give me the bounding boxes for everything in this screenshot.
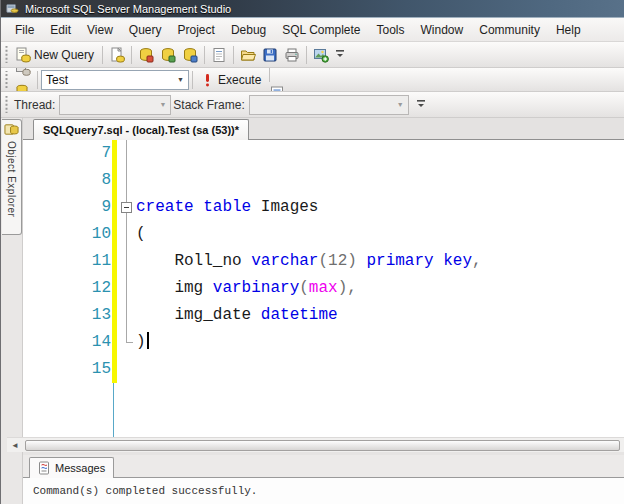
analysis-query-button[interactable]: [208, 44, 230, 66]
connect-button[interactable]: [12, 68, 34, 80]
database-combobox[interactable]: Test ▼: [41, 70, 189, 90]
line-number[interactable]: 13: [23, 302, 111, 329]
stack-frame-label: Stack Frame:: [173, 98, 244, 112]
toolbar-separator: [269, 68, 270, 82]
thread-label: Thread:: [14, 98, 55, 112]
line-number[interactable]: 15: [23, 356, 111, 383]
chevron-down-icon: ▼: [393, 96, 408, 114]
db-engine-query-button[interactable]: [135, 44, 157, 66]
menu-item-project[interactable]: Project: [170, 20, 223, 40]
object-explorer-label: Object Explorer: [6, 141, 17, 217]
text-caret: [147, 332, 149, 349]
gutter-gap: [111, 167, 136, 194]
menu-item-help[interactable]: Help: [548, 20, 589, 40]
connect-icon: [15, 68, 31, 77]
save-button[interactable]: [259, 44, 281, 66]
line-number[interactable]: 9: [23, 194, 111, 221]
query-document-tab[interactable]: SQLQuery7.sql - (local).Test (sa (53))*: [33, 119, 249, 140]
code-text[interactable]: img_date datetime: [136, 302, 338, 329]
toolbar-overflow-button[interactable]: [332, 44, 354, 66]
gutter-gap: [111, 329, 136, 356]
toolbar-separator: [306, 46, 307, 64]
new-text-file-icon: [109, 47, 125, 63]
print-button[interactable]: [281, 44, 303, 66]
toolbar-options-button[interactable]: [413, 94, 435, 116]
new-text-file-button[interactable]: [106, 44, 128, 66]
code-text[interactable]: (: [136, 221, 146, 248]
toolbar-separator: [102, 46, 103, 64]
gutter-gap: [111, 248, 136, 275]
messages-tab[interactable]: Messages: [29, 457, 114, 478]
debug-location-toolbar: Thread: ▼ Stack Frame: ▼: [1, 92, 624, 118]
results-panel: Messages Command(s) completed successful…: [23, 455, 624, 504]
toolbar-grip[interactable]: [4, 46, 9, 64]
xmla-query-button[interactable]: [179, 44, 201, 66]
menu-item-window[interactable]: Window: [413, 20, 472, 40]
gutter-gap: [111, 221, 136, 248]
toolbar-overflow-icon: [416, 97, 432, 113]
object-explorer-tab[interactable]: Object Explorer: [2, 119, 22, 235]
menu-item-sql-complete[interactable]: SQL Complete: [274, 20, 368, 40]
code-text[interactable]: create table Images: [136, 194, 318, 221]
menu-item-tools[interactable]: Tools: [369, 20, 413, 40]
menu-item-view[interactable]: View: [79, 20, 121, 40]
toolbar-overflow-icon: [335, 47, 351, 63]
sql-code-editor[interactable]: 789create table Images10(11 Roll_no varc…: [23, 140, 624, 437]
gutter-gap: [111, 140, 136, 167]
menu-item-community[interactable]: Community: [471, 20, 548, 40]
editor-line-9: 9create table Images: [23, 194, 624, 221]
code-text[interactable]: ): [136, 329, 149, 356]
menu-item-file[interactable]: File: [7, 20, 42, 40]
print-icon: [284, 47, 300, 63]
document-tabstrip: SQLQuery7.sql - (local).Test (sa (53))*: [23, 118, 624, 140]
menu-bar: FileEditViewQueryProjectDebugSQL Complet…: [1, 18, 624, 42]
sql-complete-image-icon: [313, 47, 329, 63]
new-query-button[interactable]: New Query: [12, 44, 99, 66]
scrollbar-thumb[interactable]: [25, 440, 620, 451]
stack-frame-combobox[interactable]: ▼: [249, 95, 409, 115]
code-text[interactable]: Roll_no varchar(12) primary key,: [136, 248, 482, 275]
results-text-button[interactable]: [266, 82, 288, 93]
execute-bang-icon: [199, 72, 215, 88]
chevron-down-icon[interactable]: ▼: [173, 71, 188, 89]
mdx-query-button[interactable]: [157, 44, 179, 66]
editor-line-12: 12 img varbinary(max),: [23, 275, 624, 302]
menu-item-edit[interactable]: Edit: [42, 20, 79, 40]
open-file-button[interactable]: [237, 44, 259, 66]
toolbar-separator: [204, 46, 205, 64]
code-text[interactable]: img varbinary(max),: [136, 275, 357, 302]
line-number[interactable]: 14: [23, 329, 111, 356]
sql-complete-image-button[interactable]: [310, 44, 332, 66]
object-explorer-icon: [4, 122, 20, 138]
line-number[interactable]: 11: [23, 248, 111, 275]
open-file-icon: [240, 47, 256, 63]
menu-item-query[interactable]: Query: [121, 20, 170, 40]
toolbar-separator: [192, 71, 193, 89]
messages-icon: [38, 461, 51, 475]
line-number[interactable]: 8: [23, 167, 111, 194]
line-number[interactable]: 10: [23, 221, 111, 248]
editor-line-11: 11 Roll_no varchar(12) primary key,: [23, 248, 624, 275]
change-connection-icon: [15, 83, 31, 93]
line-number[interactable]: 7: [23, 140, 111, 167]
editor-line-13: 13 img_date datetime: [23, 302, 624, 329]
new-query-icon: [15, 47, 31, 63]
horizontal-scrollbar[interactable]: ◄: [7, 437, 624, 452]
scroll-left-arrow-icon[interactable]: ◄: [7, 438, 23, 453]
gutter-gap: [111, 356, 136, 383]
analysis-query-icon: [211, 47, 227, 63]
xmla-query-icon: [182, 47, 198, 63]
toolbar-grip[interactable]: [4, 71, 9, 87]
fold-collapse-button[interactable]: [121, 202, 132, 213]
toolbar-separator: [233, 46, 234, 64]
document-area: SQLQuery7.sql - (local).Test (sa (53))* …: [23, 118, 624, 504]
change-connection-button[interactable]: [12, 80, 34, 93]
toolbar-grip[interactable]: [4, 96, 9, 114]
menu-item-debug[interactable]: Debug: [223, 20, 274, 40]
main-area: Object Explorer SQLQuery7.sql - (local).…: [1, 118, 624, 504]
editor-line-8: 8: [23, 167, 624, 194]
margin-indicator-line: [113, 383, 114, 437]
execute-button[interactable]: Execute: [196, 69, 266, 91]
line-number[interactable]: 12: [23, 275, 111, 302]
thread-combobox[interactable]: ▼: [59, 95, 171, 115]
